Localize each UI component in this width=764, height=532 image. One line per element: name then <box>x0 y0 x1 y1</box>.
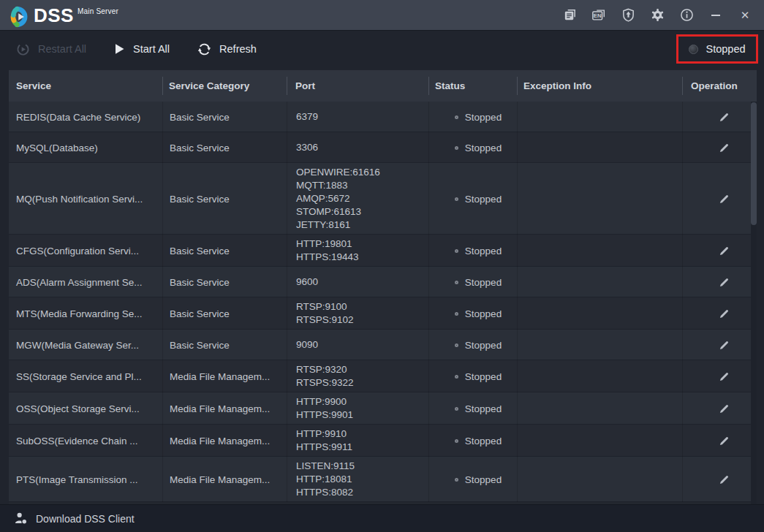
port-value: 9090 <box>296 338 424 352</box>
vertical-scrollbar[interactable] <box>751 102 757 504</box>
port-cell: 9600 <box>287 267 428 297</box>
category-cell: Basic Service <box>162 235 287 267</box>
about-info-icon[interactable] <box>679 8 694 23</box>
port-value: 9600 <box>296 276 424 289</box>
status-cell: Stopped <box>428 297 517 330</box>
port-value: HTTPS:9901 <box>296 408 424 422</box>
status-cell: Stopped <box>428 457 517 502</box>
download-dss-client-link[interactable]: Download DSS Client <box>36 513 135 525</box>
app-logo: DSS Main Server <box>10 3 118 28</box>
port-cell: 6379 <box>287 102 428 132</box>
category-cell: Basic Service <box>162 132 287 163</box>
status-label: Stopped <box>465 142 502 153</box>
language-en-icon[interactable]: EN <box>591 8 606 23</box>
edit-service-button[interactable] <box>719 475 729 484</box>
start-all-button[interactable]: Start All <box>114 43 170 55</box>
service-cell: SubOSS(Evidence Chain ... <box>9 425 162 457</box>
service-cell: MySQL(Database) <box>9 132 162 163</box>
status-label: Stopped <box>465 308 502 319</box>
port-cell: RTSP:9100RTSPS:9102 <box>287 297 428 330</box>
edit-service-button[interactable] <box>719 404 729 414</box>
table-row: SS(Storage Service and Pl...Media File M… <box>9 360 757 392</box>
table-row: SubOSS(Evidence Chain ...Media File Mana… <box>9 425 757 457</box>
port-cell: 9090 <box>287 330 428 360</box>
edit-service-button[interactable] <box>719 194 729 204</box>
status-cell: Stopped <box>428 360 517 392</box>
edit-service-button[interactable] <box>719 309 729 319</box>
category-cell: Basic Service <box>162 330 287 360</box>
status-cell: Stopped <box>428 392 517 425</box>
pencil-icon <box>719 246 729 256</box>
pencil-icon <box>719 113 729 122</box>
exception-cell <box>517 360 682 392</box>
column-header-operation: Operation <box>682 70 757 102</box>
edit-service-button[interactable] <box>719 372 729 381</box>
edit-service-button[interactable] <box>719 113 729 122</box>
port-cell: HTTP:19801HTTPS:19443 <box>287 235 428 267</box>
scrollbar-thumb[interactable] <box>751 102 757 225</box>
column-header-service: Service <box>9 70 162 102</box>
close-icon[interactable]: ✕ <box>738 8 752 23</box>
port-value: HTTP:9910 <box>296 428 424 441</box>
service-cell: OSS(Object Storage Servi... <box>9 392 162 425</box>
port-value: HTTP:18081 <box>296 473 424 486</box>
edit-service-button[interactable] <box>719 436 729 446</box>
operation-cell <box>682 102 757 132</box>
edit-service-button[interactable] <box>719 341 729 350</box>
operation-cell <box>682 163 757 235</box>
refresh-label: Refresh <box>219 43 257 55</box>
footer-bar: Download DSS Client <box>0 504 764 532</box>
table-body: REDIS(Data Cache Service)Basic Service63… <box>9 102 757 504</box>
pencil-icon <box>719 475 729 484</box>
category-cell: Media File Managem... <box>162 425 287 457</box>
edit-service-button[interactable] <box>719 143 729 153</box>
security-shield-icon[interactable] <box>621 8 635 23</box>
download-client-icon <box>15 512 28 525</box>
status-dot-icon <box>455 343 458 347</box>
operation-log-icon[interactable] <box>562 8 577 23</box>
status-dot-icon <box>455 197 458 201</box>
port-value: 3306 <box>296 141 424 154</box>
table-row: ADS(Alarm Assignment Se...Basic Service9… <box>9 267 757 297</box>
edit-service-button[interactable] <box>719 246 729 256</box>
table-row: OSS(Object Storage Servi...Media File Ma… <box>9 392 757 425</box>
port-value: HTTPS:9911 <box>296 441 424 454</box>
service-cell: PTS(Image Transmission ... <box>9 457 162 502</box>
operation-cell <box>682 267 757 297</box>
exception-cell <box>517 297 682 330</box>
status-label: Stopped <box>465 436 502 446</box>
port-value: LISTEN:9115 <box>296 460 424 473</box>
port-cell: OPENWIRE:61616MQTT:1883AMQP:5672STOMP:61… <box>287 163 428 235</box>
port-value: RTSPS:9322 <box>296 376 424 390</box>
pencil-icon <box>719 278 729 287</box>
operation-cell <box>682 235 757 267</box>
port-cell: HTTP:9910HTTPS:9911 <box>287 425 428 457</box>
port-value: 6379 <box>296 110 424 123</box>
exception-cell <box>517 457 682 502</box>
table-header: ServiceService CategoryPortStatusExcepti… <box>9 70 757 102</box>
app-title: DSS <box>34 3 74 28</box>
service-cell: MTS(Media Forwarding Se... <box>9 297 162 330</box>
operation-cell <box>682 297 757 330</box>
table-row: PTS(Image Transmission ...Media File Man… <box>9 457 757 502</box>
edit-service-button[interactable] <box>719 278 729 287</box>
operation-cell <box>682 392 757 425</box>
category-cell: Basic Service <box>162 267 287 297</box>
overall-status-dot-icon <box>689 45 698 54</box>
category-cell: Basic Service <box>162 163 287 235</box>
port-value: RTSP:9100 <box>296 300 424 314</box>
refresh-button[interactable]: Refresh <box>197 42 257 56</box>
minimize-icon[interactable] <box>708 8 723 23</box>
settings-gear-icon[interactable] <box>650 8 665 23</box>
status-dot-icon <box>455 439 458 443</box>
port-value: AMQP:5672 <box>296 192 424 205</box>
table-row: REDIS(Data Cache Service)Basic Service63… <box>9 102 757 132</box>
dss-logo-icon <box>10 6 32 28</box>
restart-all-button[interactable]: Restart All <box>16 42 86 56</box>
svg-text:EN: EN <box>594 12 602 19</box>
status-cell: Stopped <box>428 235 517 267</box>
port-cell: RTSP:9320RTSPS:9322 <box>287 360 428 392</box>
table-row: CFGS(Configuration Servi...Basic Service… <box>9 235 757 267</box>
exception-cell <box>517 330 682 360</box>
port-value: HTTPS:19443 <box>296 251 424 264</box>
